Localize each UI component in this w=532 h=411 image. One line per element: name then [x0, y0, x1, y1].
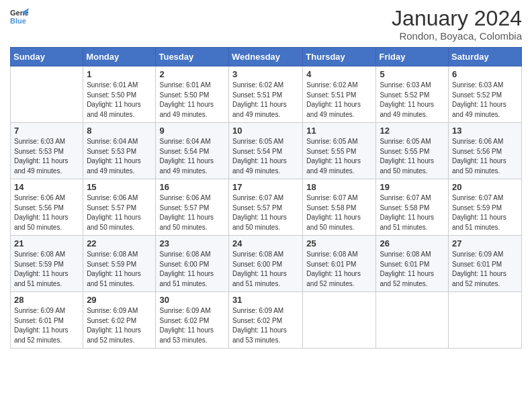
table-row: 17Sunrise: 6:07 AM Sunset: 5:57 PM Dayli…: [229, 179, 303, 236]
day-number: 11: [306, 126, 372, 136]
day-number: 8: [87, 126, 152, 136]
logo-icon: General Blue: [10, 7, 29, 26]
day-number: 29: [87, 295, 152, 305]
day-info: Sunrise: 6:08 AM Sunset: 5:59 PM Dayligh…: [14, 250, 79, 289]
table-row: 21Sunrise: 6:08 AM Sunset: 5:59 PM Dayli…: [11, 236, 83, 292]
table-row: 22Sunrise: 6:08 AM Sunset: 5:59 PM Dayli…: [83, 236, 156, 292]
col-tuesday: Tuesday: [156, 48, 229, 66]
table-row: 3Sunrise: 6:02 AM Sunset: 5:51 PM Daylig…: [229, 66, 303, 123]
day-info: Sunrise: 6:03 AM Sunset: 5:53 PM Dayligh…: [14, 137, 79, 176]
table-row: 25Sunrise: 6:08 AM Sunset: 6:01 PM Dayli…: [303, 236, 376, 292]
table-row: 29Sunrise: 6:09 AM Sunset: 6:02 PM Dayli…: [83, 292, 156, 349]
table-row: [11, 66, 83, 123]
day-number: 15: [87, 182, 152, 192]
day-info: Sunrise: 6:08 AM Sunset: 6:00 PM Dayligh…: [159, 250, 225, 289]
day-number: 25: [306, 238, 372, 248]
week-row-2: 14Sunrise: 6:06 AM Sunset: 5:56 PM Dayli…: [11, 179, 522, 236]
day-info: Sunrise: 6:06 AM Sunset: 5:56 PM Dayligh…: [14, 193, 79, 232]
day-info: Sunrise: 6:09 AM Sunset: 6:01 PM Dayligh…: [452, 250, 518, 289]
col-wednesday: Wednesday: [229, 48, 303, 66]
day-info: Sunrise: 6:06 AM Sunset: 5:56 PM Dayligh…: [452, 137, 518, 176]
table-row: 8Sunrise: 6:04 AM Sunset: 5:53 PM Daylig…: [83, 123, 156, 179]
day-number: 1: [87, 69, 152, 79]
day-info: Sunrise: 6:08 AM Sunset: 6:01 PM Dayligh…: [306, 250, 372, 289]
day-info: Sunrise: 6:03 AM Sunset: 5:52 PM Dayligh…: [380, 81, 445, 120]
day-number: 6: [452, 69, 518, 79]
day-info: Sunrise: 6:01 AM Sunset: 5:50 PM Dayligh…: [87, 81, 152, 120]
day-number: 17: [232, 182, 299, 192]
day-info: Sunrise: 6:03 AM Sunset: 5:52 PM Dayligh…: [452, 81, 518, 120]
col-saturday: Saturday: [449, 48, 522, 66]
svg-text:Blue: Blue: [10, 17, 26, 25]
table-row: 1Sunrise: 6:01 AM Sunset: 5:50 PM Daylig…: [83, 66, 156, 123]
day-number: 7: [14, 126, 79, 136]
calendar-table: Sunday Monday Tuesday Wednesday Thursday…: [10, 47, 522, 349]
col-friday: Friday: [376, 48, 449, 66]
day-number: 2: [159, 69, 225, 79]
day-number: 14: [14, 182, 79, 192]
table-row: 11Sunrise: 6:05 AM Sunset: 5:55 PM Dayli…: [303, 123, 376, 179]
week-row-3: 21Sunrise: 6:08 AM Sunset: 5:59 PM Dayli…: [11, 236, 522, 292]
day-info: Sunrise: 6:07 AM Sunset: 5:58 PM Dayligh…: [380, 193, 445, 232]
day-number: 26: [380, 238, 445, 248]
table-row: 2Sunrise: 6:01 AM Sunset: 5:50 PM Daylig…: [156, 66, 229, 123]
table-row: 24Sunrise: 6:08 AM Sunset: 6:00 PM Dayli…: [229, 236, 303, 292]
table-row: 6Sunrise: 6:03 AM Sunset: 5:52 PM Daylig…: [449, 66, 522, 123]
header: General Blue January 2024 Rondon, Boyaca…: [10, 7, 522, 42]
day-number: 5: [380, 69, 445, 79]
day-info: Sunrise: 6:08 AM Sunset: 6:00 PM Dayligh…: [232, 250, 299, 289]
day-info: Sunrise: 6:06 AM Sunset: 5:57 PM Dayligh…: [159, 193, 225, 232]
day-number: 21: [14, 238, 79, 248]
day-info: Sunrise: 6:07 AM Sunset: 5:57 PM Dayligh…: [232, 193, 299, 232]
day-number: 20: [452, 182, 518, 192]
col-monday: Monday: [83, 48, 156, 66]
day-info: Sunrise: 6:09 AM Sunset: 6:02 PM Dayligh…: [159, 306, 225, 345]
day-number: 24: [232, 238, 299, 248]
table-row: [449, 292, 522, 349]
table-row: 15Sunrise: 6:06 AM Sunset: 5:57 PM Dayli…: [83, 179, 156, 236]
day-info: Sunrise: 6:08 AM Sunset: 5:59 PM Dayligh…: [87, 250, 152, 289]
day-number: 9: [159, 126, 225, 136]
day-number: 28: [14, 295, 79, 305]
day-number: 23: [159, 238, 225, 248]
day-info: Sunrise: 6:02 AM Sunset: 5:51 PM Dayligh…: [232, 81, 299, 120]
day-number: 31: [232, 295, 299, 305]
day-number: 4: [306, 69, 372, 79]
day-info: Sunrise: 6:04 AM Sunset: 5:54 PM Dayligh…: [159, 137, 225, 176]
day-info: Sunrise: 6:09 AM Sunset: 6:02 PM Dayligh…: [232, 306, 299, 345]
day-info: Sunrise: 6:06 AM Sunset: 5:57 PM Dayligh…: [87, 193, 152, 232]
calendar-body: 1Sunrise: 6:01 AM Sunset: 5:50 PM Daylig…: [11, 66, 522, 349]
table-row: 7Sunrise: 6:03 AM Sunset: 5:53 PM Daylig…: [11, 123, 83, 179]
day-number: 30: [159, 295, 225, 305]
day-info: Sunrise: 6:01 AM Sunset: 5:50 PM Dayligh…: [159, 81, 225, 120]
col-sunday: Sunday: [11, 48, 83, 66]
day-info: Sunrise: 6:08 AM Sunset: 6:01 PM Dayligh…: [380, 250, 445, 289]
day-info: Sunrise: 6:05 AM Sunset: 5:55 PM Dayligh…: [380, 137, 445, 176]
table-row: 4Sunrise: 6:02 AM Sunset: 5:51 PM Daylig…: [303, 66, 376, 123]
day-info: Sunrise: 6:09 AM Sunset: 6:01 PM Dayligh…: [14, 306, 79, 345]
logo: General Blue: [10, 7, 29, 26]
day-number: 27: [452, 238, 518, 248]
day-info: Sunrise: 6:02 AM Sunset: 5:51 PM Dayligh…: [306, 81, 372, 120]
day-number: 18: [306, 182, 372, 192]
day-number: 16: [159, 182, 225, 192]
day-number: 22: [87, 238, 152, 248]
subtitle: Rondon, Boyaca, Colombia: [392, 30, 522, 42]
table-row: 31Sunrise: 6:09 AM Sunset: 6:02 PM Dayli…: [229, 292, 303, 349]
table-row: [376, 292, 449, 349]
table-row: 10Sunrise: 6:05 AM Sunset: 5:54 PM Dayli…: [229, 123, 303, 179]
table-row: 5Sunrise: 6:03 AM Sunset: 5:52 PM Daylig…: [376, 66, 449, 123]
week-row-4: 28Sunrise: 6:09 AM Sunset: 6:01 PM Dayli…: [11, 292, 522, 349]
week-row-1: 7Sunrise: 6:03 AM Sunset: 5:53 PM Daylig…: [11, 123, 522, 179]
table-row: 26Sunrise: 6:08 AM Sunset: 6:01 PM Dayli…: [376, 236, 449, 292]
title-block: January 2024 Rondon, Boyaca, Colombia: [392, 7, 522, 42]
day-info: Sunrise: 6:05 AM Sunset: 5:54 PM Dayligh…: [232, 137, 299, 176]
table-row: 28Sunrise: 6:09 AM Sunset: 6:01 PM Dayli…: [11, 292, 83, 349]
table-row: 13Sunrise: 6:06 AM Sunset: 5:56 PM Dayli…: [449, 123, 522, 179]
table-row: 9Sunrise: 6:04 AM Sunset: 5:54 PM Daylig…: [156, 123, 229, 179]
table-row: 12Sunrise: 6:05 AM Sunset: 5:55 PM Dayli…: [376, 123, 449, 179]
main-title: January 2024: [392, 7, 522, 30]
day-info: Sunrise: 6:05 AM Sunset: 5:55 PM Dayligh…: [306, 137, 372, 176]
table-row: [303, 292, 376, 349]
table-row: 16Sunrise: 6:06 AM Sunset: 5:57 PM Dayli…: [156, 179, 229, 236]
